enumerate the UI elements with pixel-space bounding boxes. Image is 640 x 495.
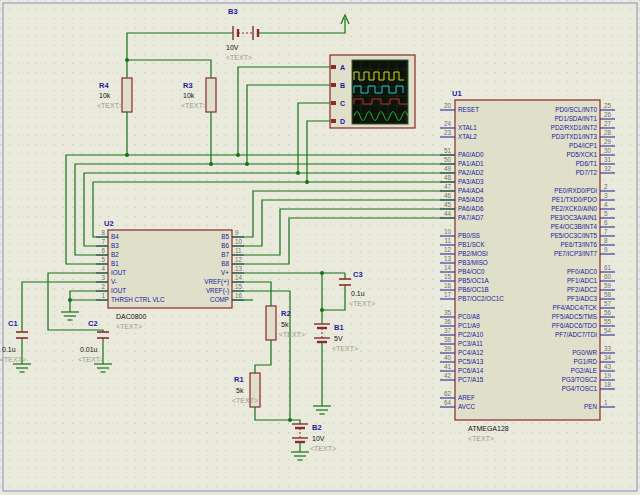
u1-left-pin-name: PB4/OC0: [458, 268, 485, 275]
junction-dot: [68, 298, 72, 302]
r4-note: <TEXT>: [97, 102, 123, 109]
u1-left-pin-number: 40: [444, 354, 452, 361]
u1-right-pin-number: 32: [604, 165, 612, 172]
u2-right-pin-name: VREF(-): [206, 287, 229, 295]
u2-right-pin-number: 10: [235, 238, 243, 245]
resistor-r3-body[interactable]: [206, 78, 216, 112]
u1-right-pin-number: 34: [604, 354, 612, 361]
u1-left-pin-name: PC4/A12: [458, 349, 484, 356]
u1-right-pin-number: 43: [604, 363, 612, 370]
junction-dot: [296, 171, 300, 175]
u1-left-pin-number: 38: [444, 336, 452, 343]
c1-value: 0.1u: [2, 346, 16, 353]
u2-right-pin-number: 12: [235, 256, 243, 263]
u2-right-pin-number: 9: [235, 229, 239, 236]
b1-ref: B1: [334, 323, 344, 332]
u1-left-pin-number: 50: [444, 156, 452, 163]
u1-right-pin-name: PD7/T2: [576, 169, 598, 176]
u1-left-pin-name: PA1/AD1: [458, 160, 484, 167]
r3-ref: R3: [183, 81, 193, 90]
u2-left-pin-number: 6: [101, 247, 105, 254]
u1-right-pin-name: PD3/TXD1/INT3: [552, 133, 598, 140]
c3-value: 0.1u: [351, 290, 365, 297]
u2-left-pin-name: B4: [111, 233, 119, 240]
u1-left-pin-name: PC1/A9: [458, 322, 480, 329]
b1-value: 5V: [334, 335, 343, 342]
u2-right-pin-number: 13: [235, 265, 243, 272]
u1-left-pin-name: RESET: [458, 106, 479, 113]
u1-left-pin-number: 10: [444, 228, 452, 235]
u1-right-pin-name: PF1/ADC1: [567, 277, 598, 284]
r4-ref: R4: [99, 81, 109, 90]
u1-left-pin-name: PA4/AD4: [458, 187, 484, 194]
u2-right-pin-name: B5: [221, 233, 229, 240]
u2-right-pin-name: B8: [221, 260, 229, 267]
u1-right-pin-name: PG3/TOSC2: [562, 376, 598, 383]
u1-left-pin-number: 14: [444, 264, 452, 271]
u1-left-pin-number: 64: [444, 399, 452, 406]
junction-dot: [320, 308, 324, 312]
u1-right-pin-number: 2: [604, 183, 608, 190]
u1-left-pin-name: PC5/A13: [458, 358, 484, 365]
u1-left-pin-name: PB5/OC1A: [458, 277, 490, 284]
u1-ref: U1: [452, 89, 462, 98]
u1-left-pin-number: 46: [444, 192, 452, 199]
u2-right-pin-name: B6: [221, 242, 229, 249]
u1-right-pin-number: 56: [604, 309, 612, 316]
b2-value: 10V: [312, 435, 325, 442]
u1-right-pin-name: PD0/SCL/INT0: [555, 106, 597, 113]
u1-left-pin-name: PA6/AD6: [458, 205, 484, 212]
r1-ref: R1: [234, 375, 244, 384]
u1-left-pin-number: 47: [444, 183, 452, 190]
junction-dot: [125, 58, 129, 62]
u1-right-pin-number: 55: [604, 318, 612, 325]
u1-right-pin-name: PF7/ADC7/TDI: [555, 331, 597, 338]
u2-left-pin-name: B1: [111, 260, 119, 267]
u1-right-pin-name: PD5/XCK1: [567, 151, 598, 158]
r1-value: 5k: [236, 387, 244, 394]
u2-left-pin-number: 5: [101, 256, 105, 263]
u1-left-pin-name: XTAL2: [458, 133, 477, 140]
junction-dot: [320, 271, 324, 275]
u1-left-pin-number: 17: [444, 291, 452, 298]
u1-left-pin-name: AREF: [458, 394, 475, 401]
u2-left-pin-number: 8: [101, 229, 105, 236]
scope-input-pin-d: [331, 119, 336, 123]
u1-right-pin-name: PG4/TOSC1: [562, 385, 598, 392]
u2-right-pin-number: 14: [235, 274, 243, 281]
u1-right-pin-number: 9: [604, 246, 608, 253]
u2-right-pin-name: B7: [221, 251, 229, 258]
scope-screen: [352, 60, 408, 124]
u1-right-pin-name: PE1/TXD0/PDO: [552, 196, 597, 203]
u1-right-pin-name: PE6/T3/INT6: [561, 241, 598, 248]
resistor-r4-body[interactable]: [122, 78, 132, 112]
u1-right-pin-number: 25: [604, 102, 612, 109]
u1-left-pin-name: PC2/A10: [458, 331, 484, 338]
r2-ref: R2: [281, 309, 291, 318]
u1-right-pin-name: PD1/SDA/INT1: [555, 115, 598, 122]
c3-note: <TEXT>: [349, 300, 375, 307]
u1-right-pin-name: PF3/ADC3: [567, 295, 598, 302]
u1-left-pin-number: 23: [444, 129, 452, 136]
r2-note: <TEXT>: [279, 331, 305, 338]
b1-note: <TEXT>: [332, 345, 358, 352]
u2-left-pin-name: IOUT: [111, 287, 126, 294]
u1-right-pin-name: PG2/ALE: [571, 367, 597, 374]
schematic-canvas: 20RESET24XTAL123XTAL251PA0/AD050PA1/AD14…: [0, 0, 640, 495]
u1-left-pin-number: 41: [444, 363, 452, 370]
u2-left-pin-number: 3: [101, 274, 105, 281]
u2-right-pin-number: 15: [235, 283, 243, 290]
resistor-r2-body[interactable]: [266, 306, 276, 340]
u1-left-pin-name: PB2/MOSI: [458, 250, 488, 257]
u1-left-pin-name: PB1/SCK: [458, 241, 485, 248]
u1-left-pin-number: 42: [444, 372, 452, 379]
junction-dot: [209, 162, 213, 166]
u1-right-pin-number: 8: [604, 237, 608, 244]
u1-left-pin-number: 51: [444, 147, 452, 154]
u2-left-pin-number: 2: [101, 283, 105, 290]
r4-value: 10k: [99, 92, 111, 99]
u1-left-pin-number: 24: [444, 120, 452, 127]
u1-right-pin-number: 1: [604, 399, 608, 406]
u1-left-pin-name: PC6/A14: [458, 367, 484, 374]
u2-right-pin-name: VREF(+): [204, 278, 229, 286]
